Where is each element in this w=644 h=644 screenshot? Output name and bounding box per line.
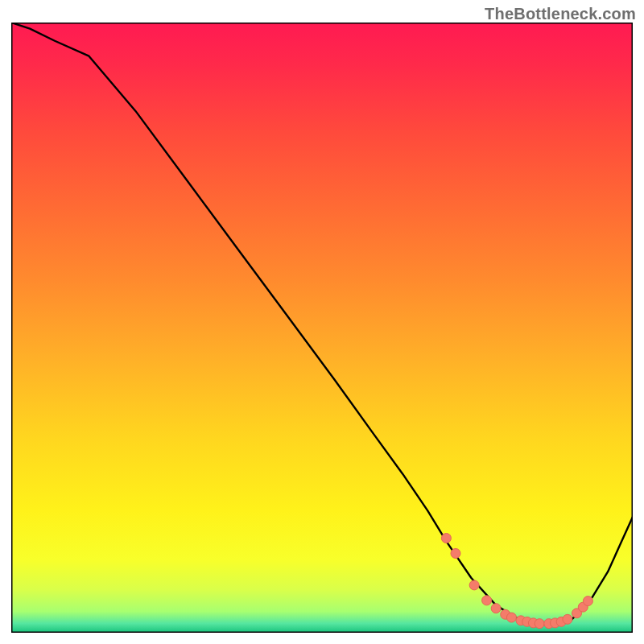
data-dot [563, 614, 572, 624]
chart-root: TheBottleneck.com [0, 0, 644, 644]
watermark-text: TheBottleneck.com [485, 5, 636, 23]
data-dot [583, 597, 592, 606]
data-dot [469, 580, 479, 590]
plot-area [11, 23, 633, 633]
data-dot [506, 613, 516, 622]
data-dot [451, 548, 460, 558]
data-dot [491, 604, 501, 613]
chart-svg [11, 23, 633, 633]
data-dot [441, 534, 451, 543]
data-dot [482, 596, 492, 605]
data-dot [535, 619, 544, 629]
chart-background [11, 23, 633, 633]
